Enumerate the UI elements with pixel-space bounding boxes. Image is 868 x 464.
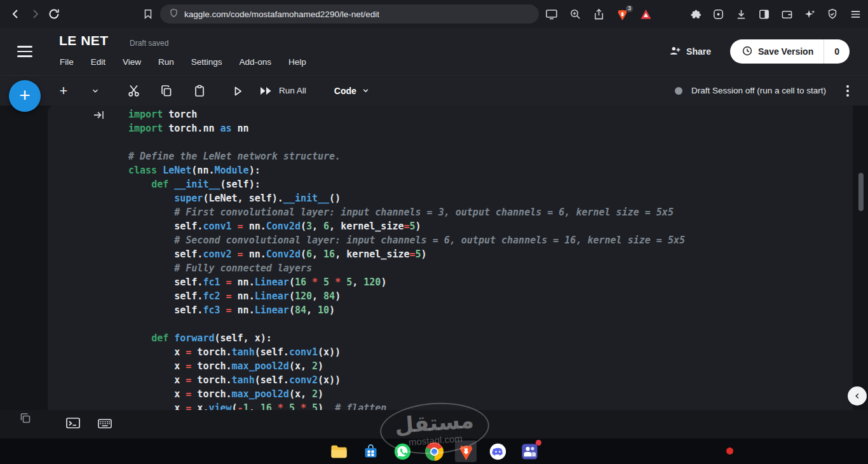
rail-copy-icon[interactable]	[19, 412, 32, 427]
focus-cell-icon[interactable]	[92, 108, 106, 125]
share-label: Share	[686, 46, 711, 57]
teams-notification-badge	[536, 440, 541, 446]
taskbar-microsoft-store-icon[interactable]	[360, 440, 381, 462]
windows-taskbar	[0, 439, 868, 464]
kaggle-menu-icon[interactable]	[17, 46, 32, 57]
menu-help[interactable]: Help	[288, 57, 306, 67]
screen: kaggle.com/code/mostafamohamed2290/le-ne…	[0, 0, 868, 464]
add-cell-chevron-icon[interactable]	[88, 81, 103, 101]
share-icon	[668, 44, 681, 59]
run-cell-icon[interactable]	[230, 81, 245, 101]
run-all-label: Run All	[279, 86, 306, 95]
browser-menu-icon[interactable]	[848, 6, 863, 22]
zoom-icon[interactable]	[567, 6, 583, 22]
share-page-icon[interactable]	[591, 6, 606, 22]
taskbar-whatsapp-icon[interactable]	[391, 440, 413, 462]
forward-icon[interactable]	[25, 4, 44, 24]
url-bar[interactable]: kaggle.com/code/mostafamohamed2290/le-ne…	[160, 4, 539, 24]
save-version-label: Save Version	[758, 46, 813, 57]
collapse-panel-button[interactable]	[848, 386, 867, 406]
version-count[interactable]: 0	[824, 46, 850, 57]
vpn-shield-icon[interactable]	[825, 6, 840, 22]
menu-bar: File Edit View Run Settings Add-ons Help	[60, 57, 306, 67]
cell-type-dropdown[interactable]: Code	[334, 86, 370, 96]
vertical-scrollbar[interactable]	[858, 173, 864, 211]
draft-status: Draft saved	[130, 39, 168, 48]
site-settings-icon[interactable]	[169, 8, 179, 20]
add-cell-button[interactable]: +	[9, 80, 41, 112]
notebook-toolbar: + Run All Code Draft Session off (run a …	[0, 75, 868, 106]
menu-settings[interactable]: Settings	[191, 57, 222, 67]
add-code-cell-icon[interactable]: +	[56, 81, 71, 101]
menu-run[interactable]: Run	[158, 57, 174, 67]
shield-badge: 3	[626, 5, 633, 12]
copy-cell-icon[interactable]	[159, 81, 174, 101]
notebook-footer	[0, 410, 868, 439]
code-editor[interactable]: import torchimport torch.nn as nn # Defi…	[48, 106, 853, 410]
left-rail: +	[0, 106, 48, 410]
brave-shield-icon[interactable]: 3	[614, 6, 630, 22]
session-kebab-icon[interactable]	[844, 83, 851, 99]
cast-icon[interactable]	[544, 6, 559, 22]
taskbar-teams-icon[interactable]	[519, 440, 540, 462]
browser-topbar: kaggle.com/code/mostafamohamed2290/le-ne…	[0, 0, 868, 28]
code-lines[interactable]: import torchimport torch.nn as nn # Defi…	[128, 107, 848, 410]
taskbar-file-explorer-icon[interactable]	[328, 440, 349, 462]
session-status-text: Draft Session off (run a cell to start)	[691, 86, 826, 95]
menu-file[interactable]: File	[60, 57, 74, 67]
taskbar-chrome-icon[interactable]	[423, 440, 445, 462]
notebook-header: LE NET Draft saved File Edit View Run Se…	[0, 28, 868, 75]
cut-cell-icon[interactable]	[126, 81, 141, 101]
taskbar-discord-icon[interactable]	[487, 440, 508, 462]
bookmark-icon[interactable]	[139, 4, 158, 24]
menu-edit[interactable]: Edit	[91, 57, 105, 67]
extensions-icon[interactable]	[688, 6, 703, 22]
notebook-title: LE NET	[59, 33, 109, 48]
recording-indicator-dot	[726, 447, 733, 454]
split-view-icon[interactable]	[756, 6, 771, 22]
menu-addons[interactable]: Add-ons	[240, 57, 271, 67]
url-text[interactable]: kaggle.com/code/mostafamohamed2290/le-ne…	[184, 10, 379, 19]
paste-cell-icon[interactable]	[192, 81, 207, 101]
run-all-button[interactable]: Run All	[259, 85, 306, 97]
browser-action-icons: 3	[544, 0, 653, 28]
taskbar-brave-icon[interactable]	[455, 440, 477, 462]
keyboard-icon[interactable]	[97, 416, 112, 433]
leo-ai-icon[interactable]	[802, 6, 817, 22]
browser-toolbar-icons	[688, 0, 863, 28]
brave-rewards-icon[interactable]	[638, 6, 653, 22]
share-button[interactable]: Share	[662, 41, 717, 63]
reload-icon[interactable]	[44, 4, 64, 24]
menu-view[interactable]: View	[123, 57, 141, 67]
save-version-button[interactable]: Save Version 0	[730, 39, 850, 64]
history-clock-icon	[742, 45, 753, 58]
console-icon[interactable]	[65, 416, 81, 433]
download-icon[interactable]	[733, 6, 749, 22]
app-window-icon[interactable]	[710, 6, 726, 22]
cell-type-label: Code	[334, 86, 356, 96]
wallet-icon[interactable]	[779, 6, 794, 22]
notebook-body: + import torchimport torch.nn as nn # De…	[0, 106, 868, 410]
session-status-icon	[675, 87, 682, 95]
back-icon[interactable]	[6, 4, 25, 24]
